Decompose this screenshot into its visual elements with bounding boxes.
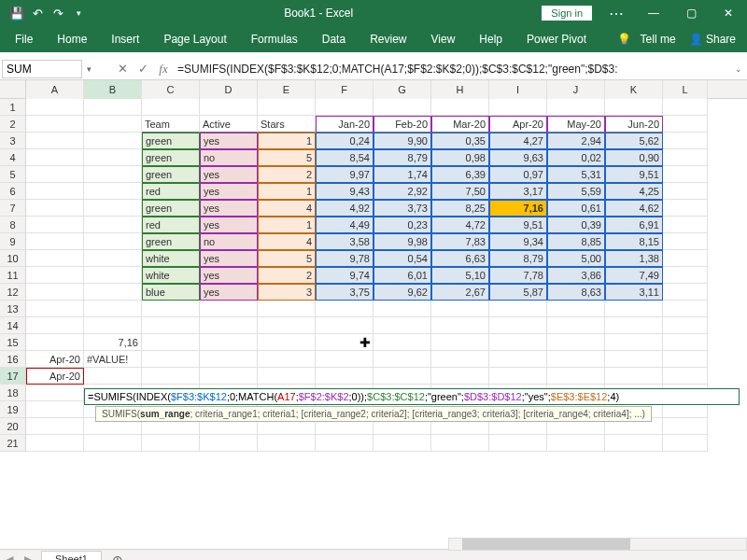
- hdr-may: May-20: [547, 116, 605, 133]
- cell-H10: 6,63: [431, 250, 489, 267]
- save-icon[interactable]: 💾: [9, 6, 24, 21]
- enter-formula-icon[interactable]: ✓: [133, 62, 153, 76]
- close-button[interactable]: [710, 0, 747, 26]
- tab-page-layout[interactable]: Page Layout: [152, 27, 237, 51]
- cell-J11: 3,86: [547, 267, 605, 284]
- row-12[interactable]: 12: [0, 284, 26, 301]
- cell-editor[interactable]: =SUMIFS(INDEX($F$3:$K$12;0;MATCH(A17;$F$…: [84, 388, 740, 405]
- qat-dropdown-icon[interactable]: ▾: [71, 6, 86, 21]
- cell-J8: 0,39: [547, 217, 605, 233]
- cell-cursor-icon: ✚: [359, 335, 371, 350]
- row-6[interactable]: 6: [0, 183, 26, 200]
- cell-G5: 1,74: [374, 166, 431, 183]
- tab-file[interactable]: File: [4, 27, 44, 51]
- cell-F12: 3,75: [316, 284, 374, 301]
- col-A[interactable]: A: [26, 80, 84, 99]
- row-21[interactable]: 21: [0, 435, 26, 452]
- expand-formula-bar-icon[interactable]: ⌄: [730, 64, 747, 74]
- sheet-nav-next-icon[interactable]: ▶: [19, 553, 37, 560]
- tab-formulas[interactable]: Formulas: [240, 27, 309, 51]
- add-sheet-button[interactable]: ⊕: [107, 550, 128, 561]
- col-L[interactable]: L: [663, 80, 708, 99]
- cancel-formula-icon[interactable]: ✕: [112, 62, 133, 76]
- cell-I7: 7,16: [489, 200, 547, 217]
- col-D[interactable]: D: [200, 80, 258, 99]
- cell-K3: 5,62: [605, 133, 663, 149]
- col-H[interactable]: H: [431, 80, 489, 99]
- row-16[interactable]: 16: [0, 351, 26, 368]
- cell-E7: 4: [258, 200, 316, 217]
- cell-G3: 9,90: [374, 133, 431, 149]
- cell-G7: 3,73: [374, 200, 431, 217]
- ribbon-tabs: File Home Insert Page Layout Formulas Da…: [0, 26, 747, 52]
- col-B[interactable]: B: [84, 80, 142, 99]
- row-13[interactable]: 13: [0, 301, 26, 317]
- row-18[interactable]: 18: [0, 385, 26, 401]
- cell-K9: 8,15: [605, 233, 663, 250]
- redo-icon[interactable]: ↷: [50, 6, 65, 21]
- cell-C3: green: [142, 133, 200, 149]
- cell-H9: 7,83: [431, 233, 489, 250]
- cell-I8: 9,51: [489, 217, 547, 233]
- sign-in-button[interactable]: Sign in: [542, 6, 592, 21]
- name-box[interactable]: [2, 60, 82, 78]
- ribbon-options-icon[interactable]: [598, 0, 635, 26]
- fx-icon[interactable]: fx: [153, 62, 174, 77]
- row-8[interactable]: 8: [0, 217, 26, 233]
- row-11[interactable]: 11: [0, 267, 26, 284]
- tab-view[interactable]: View: [420, 27, 467, 51]
- sheet-nav-prev-icon[interactable]: ◀: [0, 553, 19, 560]
- cell-F5: 9,97: [316, 166, 374, 183]
- tab-data[interactable]: Data: [311, 27, 357, 51]
- row-10[interactable]: 10: [0, 250, 26, 267]
- row-2[interactable]: 2: [0, 116, 26, 133]
- col-G[interactable]: G: [374, 80, 431, 99]
- row-1[interactable]: 1: [0, 99, 26, 116]
- formula-tooltip: SUMIFS(sum_range; criteria_range1; crite…: [95, 406, 652, 422]
- cell-C9: green: [142, 233, 200, 250]
- hdr-stars: Stars: [258, 116, 316, 133]
- col-F[interactable]: F: [316, 80, 374, 99]
- hdr-active: Active: [200, 116, 258, 133]
- row-15[interactable]: 15: [0, 334, 26, 351]
- share-button[interactable]: 👤 Share: [682, 27, 743, 51]
- row-9[interactable]: 9: [0, 233, 26, 250]
- name-box-dropdown-icon[interactable]: ▾: [82, 64, 95, 74]
- row-20[interactable]: 20: [0, 418, 26, 435]
- row-17[interactable]: 17: [0, 368, 26, 385]
- maximize-button[interactable]: [672, 0, 710, 26]
- tell-me-icon[interactable]: 💡: [613, 27, 635, 51]
- col-K[interactable]: K: [605, 80, 663, 99]
- cell-grid[interactable]: 1 2 Team Active Stars Jan-20 Feb-20 Mar-…: [0, 99, 747, 452]
- row-14[interactable]: 14: [0, 317, 26, 334]
- cell-K6: 4,25: [605, 183, 663, 200]
- select-all-corner[interactable]: [0, 80, 26, 99]
- cell-H8: 4,72: [431, 217, 489, 233]
- row-19[interactable]: 19: [0, 401, 26, 418]
- cell-G9: 9,98: [374, 233, 431, 250]
- tell-me[interactable]: Tell me: [637, 27, 680, 51]
- col-E[interactable]: E: [258, 80, 316, 99]
- col-I[interactable]: I: [489, 80, 547, 99]
- tab-insert[interactable]: Insert: [100, 27, 150, 51]
- minimize-button[interactable]: [635, 0, 672, 26]
- col-C[interactable]: C: [142, 80, 200, 99]
- undo-icon[interactable]: ↶: [30, 6, 45, 21]
- cell-J10: 5,00: [547, 250, 605, 267]
- horizontal-scrollbar[interactable]: [448, 538, 747, 551]
- tab-help[interactable]: Help: [468, 27, 514, 51]
- sheet-tab-bar: ◀ ▶ Sheet1 ⊕: [0, 549, 747, 560]
- row-7[interactable]: 7: [0, 200, 26, 217]
- cell-I11: 7,78: [489, 267, 547, 284]
- tab-power-pivot[interactable]: Power Pivot: [515, 27, 598, 51]
- row-5[interactable]: 5: [0, 166, 26, 183]
- tab-review[interactable]: Review: [359, 27, 417, 51]
- sheet-tab[interactable]: Sheet1: [41, 551, 102, 560]
- formula-input[interactable]: =SUMIFS(INDEX($F$3:$K$12;0;MATCH(A17;$F$…: [174, 61, 730, 77]
- row-4[interactable]: 4: [0, 149, 26, 166]
- tab-home[interactable]: Home: [46, 27, 98, 51]
- cell-I6: 3,17: [489, 183, 547, 200]
- row-3[interactable]: 3: [0, 133, 26, 149]
- col-J[interactable]: J: [547, 80, 605, 99]
- cell-F9: 3,58: [316, 233, 374, 250]
